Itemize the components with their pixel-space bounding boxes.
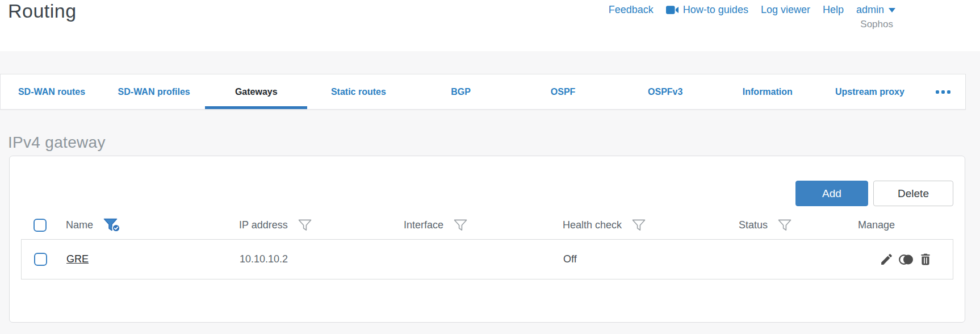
clone-circles-icon[interactable] (898, 253, 914, 266)
active-tab-underline (205, 106, 307, 109)
brand-label: Sophos (860, 19, 893, 30)
interface-filter-icon[interactable] (454, 219, 467, 231)
top-header: Routing Feedback How-to guides Log viewe… (0, 0, 980, 51)
column-header-manage: Manage (858, 219, 895, 231)
caret-down-icon (889, 8, 895, 12)
tab-ospfv3[interactable]: OSPFv3 (614, 74, 717, 109)
log-viewer-link[interactable]: Log viewer (761, 4, 810, 16)
delete-button[interactable]: Delete (873, 181, 953, 206)
video-camera-icon (666, 6, 679, 14)
page-title: Routing (8, 0, 77, 22)
select-all-checkbox[interactable] (33, 219, 47, 232)
gateway-ip-address: 10.10.10.2 (240, 253, 288, 265)
gateway-name-link[interactable]: GRE (66, 253, 89, 265)
column-header-status: Status (739, 219, 768, 231)
name-filter-active-icon[interactable] (103, 218, 121, 232)
delete-trash-icon[interactable] (919, 252, 932, 266)
toolbar: Add Delete (21, 181, 953, 206)
tab-bgp[interactable]: BGP (409, 74, 512, 109)
gateway-health-check: Off (563, 253, 577, 265)
user-menu[interactable]: admin (856, 4, 895, 16)
tab-bar: SD-WAN routes SD-WAN profiles Gateways S… (0, 74, 966, 110)
feedback-link[interactable]: Feedback (609, 4, 654, 16)
ip-address-filter-icon[interactable] (298, 219, 312, 231)
column-header-ip-address: IP address (239, 219, 288, 231)
tab-sdwan-routes[interactable]: SD-WAN routes (1, 74, 103, 109)
health-check-filter-icon[interactable] (632, 219, 646, 231)
tab-sdwan-profiles[interactable]: SD-WAN profiles (103, 74, 205, 109)
help-link[interactable]: Help (823, 4, 844, 16)
manage-actions (858, 252, 953, 266)
table-row: GRE 10.10.10.2 Off (21, 240, 953, 279)
top-nav: Feedback How-to guides Log viewer Help a… (609, 4, 895, 16)
column-header-health-check: Health check (563, 219, 622, 231)
row-checkbox[interactable] (34, 253, 47, 266)
more-tabs-ellipsis-icon[interactable] (921, 74, 965, 109)
user-name: admin (856, 4, 884, 16)
column-header-name: Name (66, 219, 93, 231)
edit-pencil-icon[interactable] (880, 252, 894, 266)
tab-gateways[interactable]: Gateways (205, 74, 307, 109)
tab-ospf[interactable]: OSPF (512, 74, 614, 109)
tab-upstream-proxy[interactable]: Upstream proxy (819, 74, 921, 109)
tab-information[interactable]: Information (717, 74, 819, 109)
tab-static-routes[interactable]: Static routes (307, 74, 409, 109)
add-button[interactable]: Add (795, 181, 868, 206)
routing-page: Routing Feedback How-to guides Log viewe… (0, 0, 980, 334)
section-heading: IPv4 gateway (8, 133, 980, 152)
table-header: Name IP address Interface (21, 211, 953, 240)
ipv4-gateway-card: Add Delete Name IP address (9, 156, 965, 323)
status-filter-icon[interactable] (778, 219, 791, 231)
column-header-interface: Interface (404, 219, 443, 231)
how-to-guides-link[interactable]: How-to guides (666, 4, 748, 16)
